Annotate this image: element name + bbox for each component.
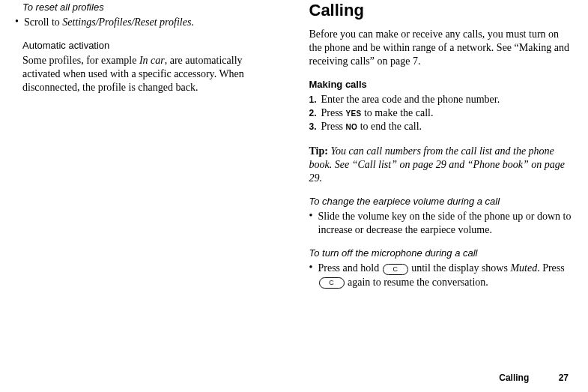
reset-bullet-text: Scroll to Settings/Profiles/Reset profil… (24, 16, 279, 29)
volume-bullet: • Slide the volume key on the side of th… (309, 210, 574, 237)
calling-intro: Before you can make or receive any calls… (309, 28, 574, 69)
step2-a: Press (321, 107, 346, 118)
step-3-text: Press NO to end the call. (321, 120, 574, 133)
mic-c: . Press (537, 262, 565, 274)
mic-heading: To turn off the microphone during a call (309, 247, 574, 260)
step-1: 1. Enter the area code and the phone num… (309, 93, 574, 106)
mic-text: Press and hold C until the display shows… (318, 262, 574, 289)
mic-a: Press and hold (318, 262, 382, 274)
mic-bullet: • Press and hold C until the display sho… (309, 262, 574, 289)
auto-body-italic: In car (139, 55, 165, 66)
volume-text: Slide the volume key on the side of the … (318, 210, 574, 237)
step-2-text: Press YES to make the call. (321, 106, 574, 120)
page-footer: Calling 27 (499, 373, 569, 385)
mic-b: until the display shows (409, 262, 511, 274)
auto-activation-body: Some profiles, for example In car, are a… (22, 54, 279, 95)
bullet-icon: • (309, 210, 318, 223)
auto-activation-heading: Automatic activation (22, 40, 279, 52)
tip-body: You can call numbers from the call list … (309, 145, 565, 184)
reset-bullet: • Scroll to Settings/Profiles/Reset prof… (15, 16, 279, 29)
making-calls-heading: Making calls (309, 79, 574, 91)
step-3-num: 3. (309, 120, 321, 133)
yes-key: YES (346, 109, 362, 118)
mic-muted: Muted (510, 262, 537, 274)
reset-suffix: . (191, 16, 194, 28)
tip-block: Tip: You can call numbers from the call … (309, 145, 574, 186)
step3-b: to end the call. (357, 121, 422, 132)
auto-body-1: Some profiles, for example (22, 55, 139, 66)
step3-a: Press (321, 121, 346, 132)
reset-prefix: Scroll to (24, 16, 62, 28)
footer-section: Calling (499, 373, 529, 383)
footer-page-number: 27 (559, 373, 569, 383)
no-key: NO (346, 123, 358, 131)
bullet-icon: • (15, 16, 24, 28)
step-2-num: 2. (309, 106, 321, 120)
c-key-icon: C (383, 264, 408, 275)
bullet-icon: • (309, 262, 318, 274)
reset-path: Settings/Profiles/Reset profiles (62, 16, 191, 28)
volume-heading: To change the earpiece volume during a c… (309, 196, 574, 208)
step-2: 2. Press YES to make the call. (309, 106, 574, 120)
c-key-icon: C (319, 277, 345, 289)
calling-title: Calling (309, 0, 574, 22)
step-1-num: 1. (309, 93, 321, 106)
tip-label: Tip: (309, 145, 331, 157)
step-3: 3. Press NO to end the call. (309, 120, 574, 133)
step2-b: to make the call. (361, 107, 433, 118)
step-1-text: Enter the area code and the phone number… (321, 93, 574, 106)
reset-profiles-heading: To reset all profiles (22, 1, 279, 14)
mic-d: again to resume the conversation. (345, 277, 488, 288)
